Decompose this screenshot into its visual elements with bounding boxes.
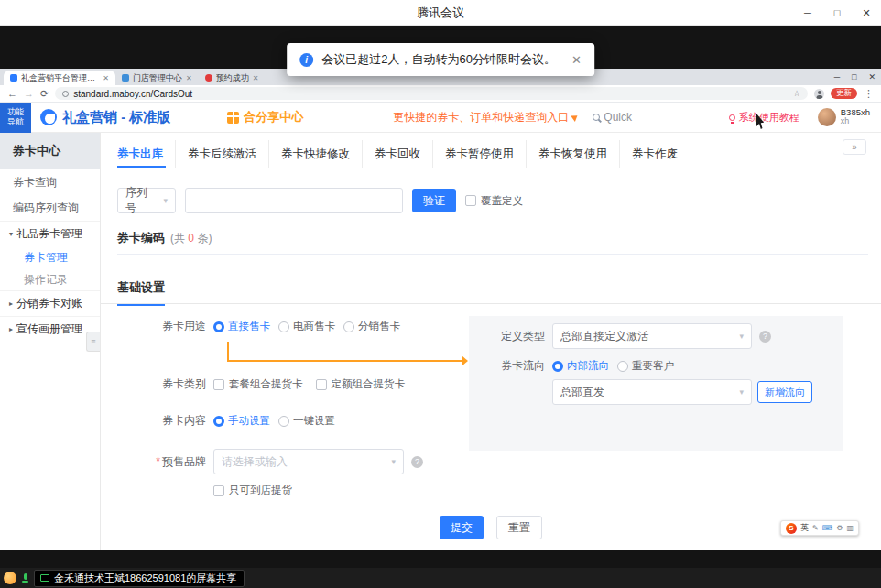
tab-favicon xyxy=(10,74,17,82)
tab-card-suspend[interactable]: 券卡暂停使用 xyxy=(432,140,526,168)
taskbar-avatar[interactable] xyxy=(4,572,16,584)
presale-brand-select[interactable]: 请选择或输入 ▾ xyxy=(213,449,404,474)
presale-brand-row: *预售品牌 请选择或输入 ▾ ? xyxy=(101,449,423,474)
tab-close-icon[interactable]: ✕ xyxy=(253,74,259,82)
help-icon[interactable]: ? xyxy=(759,331,771,343)
quick-search[interactable]: Quick xyxy=(593,111,632,124)
tab-card-void[interactable]: 券卡作废 xyxy=(619,140,690,168)
gear-icon[interactable]: ⚙ xyxy=(836,525,843,532)
ime-mode-indicator[interactable]: 英 xyxy=(800,522,809,534)
keyboard-icon[interactable]: ⌨ xyxy=(822,525,833,532)
radio-icon xyxy=(343,321,354,332)
definition-type-select[interactable]: 总部直接定义激活 ▾ xyxy=(552,323,752,349)
sidebar-group-gift-card-mgmt[interactable]: ▾ 礼品券卡管理 xyxy=(0,221,100,246)
sidebar-group-distribution-recon[interactable]: ▸ 分销券卡对账 xyxy=(0,290,100,316)
sidebar-collapse-handle[interactable]: ≡ xyxy=(86,332,100,352)
browser-menu-icon[interactable]: ⋮ xyxy=(864,88,874,100)
flow-connector-vertical xyxy=(227,342,229,360)
divider xyxy=(117,254,868,255)
divider xyxy=(101,303,881,304)
quick-entry-link[interactable]: 更快捷的券卡、订单和快递查询入口 xyxy=(393,110,578,125)
user-account[interactable]: B385xh xh xyxy=(818,108,870,126)
update-badge[interactable]: 更新 xyxy=(831,88,857,99)
site-info-icon[interactable] xyxy=(62,91,69,97)
tab-favicon xyxy=(205,74,212,82)
brand-placeholder: 请选择或输入 xyxy=(222,454,288,470)
tab-close-icon[interactable]: ✕ xyxy=(186,74,192,82)
toast-close-icon[interactable]: ✕ xyxy=(571,53,582,67)
minimize-button[interactable]: ─ xyxy=(793,0,822,26)
browser-minimize-button[interactable]: ─ xyxy=(834,72,840,82)
username-sub: xh xyxy=(841,117,870,126)
radio-selected-icon xyxy=(213,321,224,332)
browser-tab[interactable]: 预约成功 ✕ xyxy=(199,71,266,85)
tab-card-recycle[interactable]: 券卡回收 xyxy=(362,140,432,168)
sidebar-item-operation-log[interactable]: 操作记录 xyxy=(0,268,100,290)
usage-row: 券卡用途 直接售卡 电商售卡 分销售卡 xyxy=(101,319,408,334)
radio-selected-icon xyxy=(213,416,224,427)
flow-connector-horizontal xyxy=(227,360,462,362)
radio-distribution-sale[interactable]: 分销售卡 xyxy=(343,320,400,333)
tab-close-icon[interactable]: ✕ xyxy=(103,74,109,82)
browser-maximize-button[interactable]: □ xyxy=(852,72,856,82)
serial-select[interactable]: 序列号 ▾ xyxy=(117,188,176,213)
back-icon[interactable]: ← xyxy=(7,89,17,99)
chevron-down-icon: ▾ xyxy=(9,230,13,238)
tab-card-quick-edit[interactable]: 券卡快捷修改 xyxy=(268,140,362,168)
checkbox-icon xyxy=(465,195,476,206)
grid-icon[interactable]: ▥ xyxy=(846,525,854,532)
profile-icon[interactable] xyxy=(814,89,824,99)
bookmark-star-icon[interactable]: ☆ xyxy=(793,89,800,98)
serial-range-input[interactable]: – xyxy=(185,188,403,213)
submit-button[interactable]: 提交 xyxy=(440,516,484,539)
checkbox-store-pickup-only[interactable]: 只可到店提货 xyxy=(213,484,292,497)
help-icon[interactable]: ? xyxy=(411,456,423,468)
radio-manual-setup[interactable]: 手动设置 xyxy=(213,414,270,428)
verify-button[interactable]: 验证 xyxy=(412,189,456,212)
function-nav-button[interactable]: 功能 导航 xyxy=(0,103,31,133)
mic-icon[interactable] xyxy=(22,573,28,583)
tutorial-link[interactable]: 系统使用教程 xyxy=(729,111,799,125)
radio-internal-flow[interactable]: 内部流向 xyxy=(552,359,609,373)
forward-icon[interactable]: → xyxy=(24,89,34,99)
card-flow-label: 券卡流向 xyxy=(501,358,545,374)
screen-share-banner[interactable]: 金禾通技术王斌18662591081的屏幕共享 xyxy=(34,570,245,587)
presale-brand-label: *预售品牌 xyxy=(101,454,206,470)
url-text: standard.maboy.cn/CardsOut xyxy=(73,89,192,99)
close-button[interactable]: ✕ xyxy=(852,0,881,26)
chevron-down-icon: ▾ xyxy=(163,196,168,205)
add-flow-button[interactable]: 新增流向 xyxy=(757,381,812,403)
sidebar-item-code-seq-query[interactable]: 编码序列查询 xyxy=(0,195,100,221)
browser-tab[interactable]: 门店管理中心 ✕ xyxy=(115,71,199,85)
radio-ecommerce-sale[interactable]: 电商售卡 xyxy=(278,320,335,333)
tab-card-activate[interactable]: 券卡后续激活 xyxy=(175,140,268,168)
browser-tab-active[interactable]: 礼盒营销平台管理中心 ✕ xyxy=(4,71,115,85)
checkbox-fixed-combo-card[interactable]: 定额组合提货卡 xyxy=(316,377,406,391)
flow-connector-arrowhead xyxy=(462,355,468,366)
radio-important-customer[interactable]: 重要客户 xyxy=(617,359,674,373)
radio-direct-sale[interactable]: 直接售卡 xyxy=(213,320,270,333)
pen-icon[interactable]: ✎ xyxy=(812,525,819,532)
radio-selected-icon xyxy=(552,361,563,372)
override-checkbox[interactable]: 覆盖定义 xyxy=(465,194,523,208)
tab-card-restore[interactable]: 券卡恢复使用 xyxy=(526,140,619,168)
flow-select[interactable]: 总部直发 ▾ xyxy=(552,379,752,405)
radio-one-click-setup[interactable]: 一键设置 xyxy=(278,414,335,428)
usage-label: 券卡用途 xyxy=(101,319,206,334)
radio-icon xyxy=(278,416,289,427)
reset-button[interactable]: 重置 xyxy=(496,516,542,539)
ime-logo-icon[interactable]: S xyxy=(786,523,797,534)
browser-close-button[interactable]: ✕ xyxy=(868,72,876,82)
sidebar-group-brochure-mgmt[interactable]: ▸ 宣传画册管理 xyxy=(0,316,100,342)
sidebar-item-card-mgmt[interactable]: 券卡管理 xyxy=(0,246,100,268)
address-bar[interactable]: standard.maboy.cn/CardsOut ☆ xyxy=(55,87,808,100)
brand-logo-icon xyxy=(40,109,57,125)
panel-collapse-button[interactable]: » xyxy=(843,139,866,155)
share-center-link[interactable]: 合分享中心 xyxy=(227,109,303,125)
checkbox-package-combo-card[interactable]: 套餐组合提货卡 xyxy=(213,377,303,391)
browser-window: 礼盒营销平台管理中心 ✕ 门店管理中心 ✕ 预约成功 ✕ ─ □ ✕ xyxy=(0,69,881,550)
sidebar-item-card-query[interactable]: 券卡查询 xyxy=(0,169,100,195)
maximize-button[interactable]: □ xyxy=(822,0,852,26)
tab-card-outbound[interactable]: 券卡出库 xyxy=(117,140,175,168)
refresh-icon[interactable]: ⟳ xyxy=(40,89,49,99)
